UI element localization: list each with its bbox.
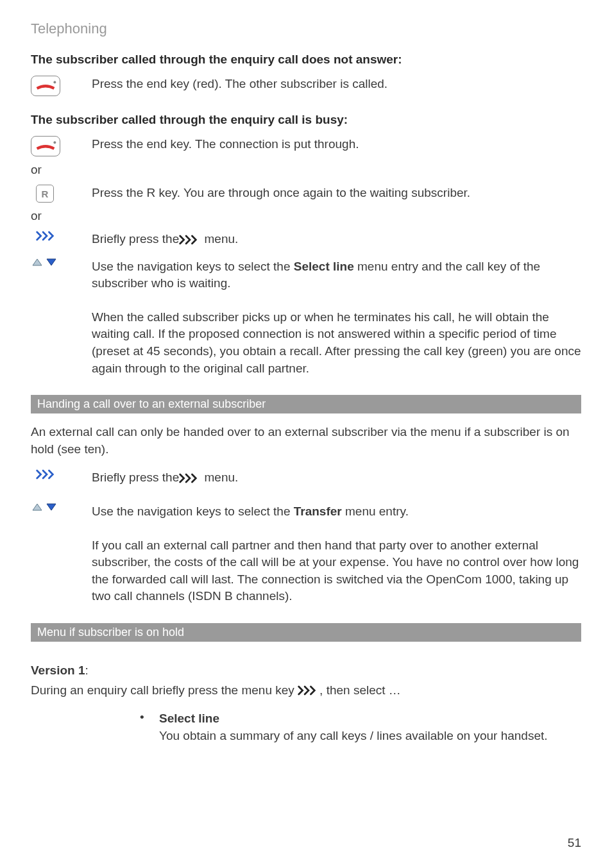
- heading-no-answer: The subscriber called through the enquir…: [31, 53, 581, 67]
- text-bold-version: Version: [31, 664, 78, 677]
- text-segment: menu entry.: [342, 505, 409, 518]
- version-1-label: Version 1:: [31, 662, 581, 680]
- text-bold-1: 1: [78, 664, 85, 677]
- text-segment: Use the navigation keys to select the: [92, 260, 294, 273]
- text-segment: Briefly press the: [92, 232, 179, 246]
- paragraph-costs: If you call an external call partner and…: [92, 537, 581, 605]
- instruction-end-key: Press the end key. The connection is put…: [92, 136, 581, 153]
- bullet-body-text: You obtain a summary of any call keys / …: [159, 728, 581, 745]
- instruction-brief-press-menu: Briefly press the menu.: [92, 469, 581, 487]
- menu-chevrons-icon: [298, 685, 319, 696]
- menu-chevrons-icon: [179, 235, 201, 245]
- r-key-icon: R: [36, 185, 54, 203]
- menu-chevrons-icon: [179, 473, 201, 483]
- instruction-brief-press-menu: Briefly press the menu.: [92, 231, 581, 248]
- text-segment: Use the navigation keys to select the: [92, 505, 294, 518]
- or-text: or: [31, 209, 581, 223]
- end-key-icon: [31, 76, 60, 96]
- paragraph-waiting-call: When the called subscriber picks up or w…: [92, 309, 581, 377]
- nav-up-down-icon: [32, 503, 56, 511]
- menu-chevrons-icon: [36, 469, 58, 480]
- text-segment: Briefly press the: [92, 471, 179, 484]
- paragraph-enquiry-menu: During an enquiry call briefly press the…: [31, 682, 581, 699]
- bullet-title-select-line: Select line: [159, 710, 581, 728]
- section-handing-over: Handing a call over to an external subsc…: [31, 395, 581, 413]
- instruction-end-key-red: Press the end key (red). The other subsc…: [92, 76, 581, 93]
- heading-busy: The subscriber called through the enquir…: [31, 113, 581, 127]
- instruction-select-line: Use the navigation keys to select the Se…: [92, 258, 581, 292]
- text-segment: :: [85, 664, 89, 677]
- section-menu-on-hold: Menu if subscriber is on hold: [31, 623, 581, 642]
- text-segment: menu.: [201, 232, 238, 246]
- menu-chevrons-icon: [36, 231, 58, 241]
- bold-select-line: Select line: [294, 260, 354, 273]
- text-segment: menu.: [201, 471, 238, 484]
- bullet-dot: •: [140, 710, 159, 744]
- instruction-select-transfer: Use the navigation keys to select the Tr…: [92, 503, 581, 521]
- instruction-r-key: Press the R key. You are through once ag…: [92, 185, 581, 202]
- paragraph-external-handover: An external call can only be handed over…: [31, 424, 581, 458]
- or-text: or: [31, 163, 581, 177]
- page-number: 51: [568, 836, 581, 850]
- page-title: Telephoning: [31, 21, 581, 37]
- text-segment: , then select …: [319, 683, 401, 697]
- bold-transfer: Transfer: [294, 505, 342, 518]
- end-key-icon: [31, 136, 60, 156]
- text-segment: During an enquiry call briefly press the…: [31, 683, 298, 697]
- nav-up-down-icon: [32, 258, 56, 266]
